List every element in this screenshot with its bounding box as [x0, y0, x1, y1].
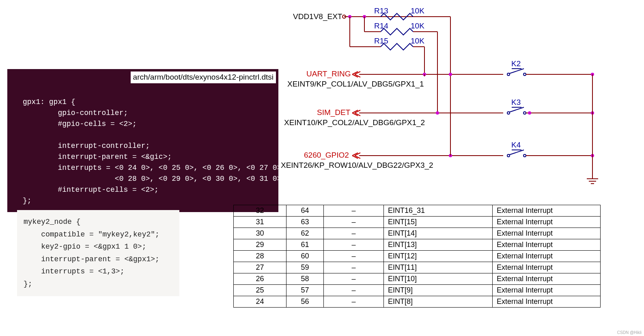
code-block-gpx1: arch/arm/boot/dts/exynos4x12-pinctrl.dts…	[7, 69, 278, 212]
table-cell: External Interrupt	[493, 273, 601, 285]
table-row: 3163–EINT[15]External Interrupt	[234, 217, 601, 228]
table-cell: –	[324, 205, 384, 217]
code-line: gpx1: gpx1 {	[23, 98, 75, 106]
table-cell: External Interrupt	[493, 251, 601, 262]
table-cell: 30	[234, 228, 286, 239]
table-cell: –	[324, 239, 384, 251]
code-line: <0 28 0>, <0 29 0>, <0 30 0>, <0 31 0>;	[23, 175, 286, 183]
table-cell: 64	[286, 205, 324, 217]
power-label: VDD1V8_EXT	[293, 12, 342, 21]
key-ref: K2	[511, 59, 521, 68]
table-row: 3264–EINT16_31External Interrupt	[234, 205, 601, 217]
code-block-mykey2: mykey2_node { compatible = "mykey2,key2"…	[17, 210, 179, 296]
signal-name: XEINT9/KP_COL1/ALV_DBG5/GPX1_1	[287, 80, 424, 89]
net-name: UART_RING	[306, 69, 351, 78]
table-cell: –	[324, 251, 384, 262]
table-row: 2456–EINT[8]External Interrupt	[234, 296, 601, 308]
table-cell: EINT[8]	[384, 296, 493, 308]
code-line: };	[23, 197, 32, 205]
table-row: 2860–EINT[12]External Interrupt	[234, 251, 601, 262]
watermark: CSDN @Hikli	[617, 330, 642, 335]
table-cell: EINT[15]	[384, 217, 493, 228]
table-cell: 60	[286, 251, 324, 262]
resistor-val: 10K	[411, 37, 424, 46]
signal-name: XEINT10/KP_COL2/ALV_DBG6/GPX1_2	[284, 118, 425, 127]
table-cell: EINT16_31	[384, 205, 493, 217]
code-line: interrupt-parent = <&gic>;	[23, 153, 172, 161]
code-line: compatible = "mykey2,key2";	[24, 230, 159, 238]
table-cell: 58	[286, 273, 324, 285]
table-row: 2658–EINT[10]External Interrupt	[234, 273, 601, 285]
code-line: #interrupt-cells = <2>;	[23, 186, 159, 194]
table-row: 2759–EINT[11]External Interrupt	[234, 262, 601, 273]
code-line: interrupt-controller;	[23, 142, 150, 150]
table-cell: –	[324, 296, 384, 308]
table-cell: 31	[234, 217, 286, 228]
table-row: 2961–EINT[13]External Interrupt	[234, 239, 601, 251]
table-cell: 27	[234, 262, 286, 273]
code-line: #gpio-cells = <2>;	[23, 120, 137, 128]
table-cell: EINT[13]	[384, 239, 493, 251]
table-cell: 26	[234, 273, 286, 285]
signal-name: XEINT26/KP_ROW10/ALV_DBG22/GPX3_2	[281, 161, 433, 170]
net-name: 6260_GPIO2	[304, 151, 349, 160]
code-line: interrupt-parent = <&gpx1>;	[24, 255, 159, 263]
code-line: mykey2_node {	[24, 218, 80, 226]
table-cell: 24	[234, 296, 286, 308]
table-cell: 63	[286, 217, 324, 228]
code-line: key2-gpio = <&gpx1 1 0>;	[24, 243, 146, 251]
key-ref: K4	[511, 141, 521, 150]
table-cell: EINT[11]	[384, 262, 493, 273]
table-cell: –	[324, 285, 384, 296]
table-cell: External Interrupt	[493, 205, 601, 217]
table-cell: EINT[10]	[384, 273, 493, 285]
table-cell: External Interrupt	[493, 217, 601, 228]
table-row: 2557–EINT[9]External Interrupt	[234, 285, 601, 296]
table-cell: 61	[286, 239, 324, 251]
resistor-val: 10K	[411, 7, 424, 15]
table-cell: –	[324, 273, 384, 285]
table-cell: EINT[12]	[384, 251, 493, 262]
table-cell: 57	[286, 285, 324, 296]
table-cell: 28	[234, 251, 286, 262]
table-cell: 29	[234, 239, 286, 251]
table-cell: EINT[9]	[384, 285, 493, 296]
table-cell: 56	[286, 296, 324, 308]
table-cell: 62	[286, 228, 324, 239]
table-cell: EINT[14]	[384, 228, 493, 239]
code-line: interrupts = <0 24 0>, <0 25 0>, <0 26 0…	[23, 164, 286, 172]
schematic-diagram: VDD1V8_EXT R13 10K R14 10K R15 10K K2 K3…	[284, 3, 637, 190]
code-line: gpio-controller;	[23, 109, 128, 117]
table-cell: –	[324, 262, 384, 273]
table-cell: External Interrupt	[493, 296, 601, 308]
table-cell: External Interrupt	[493, 228, 601, 239]
file-path-label: arch/arm/boot/dts/exynos4x12-pinctrl.dts…	[131, 72, 276, 83]
table-cell: External Interrupt	[493, 285, 601, 296]
table-cell: 25	[234, 285, 286, 296]
table-cell: External Interrupt	[493, 262, 601, 273]
table-row: 3062–EINT[14]External Interrupt	[234, 228, 601, 239]
table-cell: –	[324, 217, 384, 228]
code-line: interrupts = <1,3>;	[24, 267, 124, 275]
table-cell: External Interrupt	[493, 239, 601, 251]
resistor-ref: R13	[374, 7, 388, 15]
table-cell: 32	[234, 205, 286, 217]
resistor-ref: R15	[374, 37, 388, 46]
net-name: SIM_DET	[317, 108, 350, 117]
resistor-ref: R14	[374, 22, 388, 30]
table-cell: –	[324, 228, 384, 239]
code-line: };	[24, 280, 32, 288]
interrupt-table: 3264–EINT16_31External Interrupt3163–EIN…	[233, 205, 601, 308]
key-ref: K3	[511, 98, 521, 107]
table-cell: 59	[286, 262, 324, 273]
resistor-val: 10K	[411, 22, 424, 30]
